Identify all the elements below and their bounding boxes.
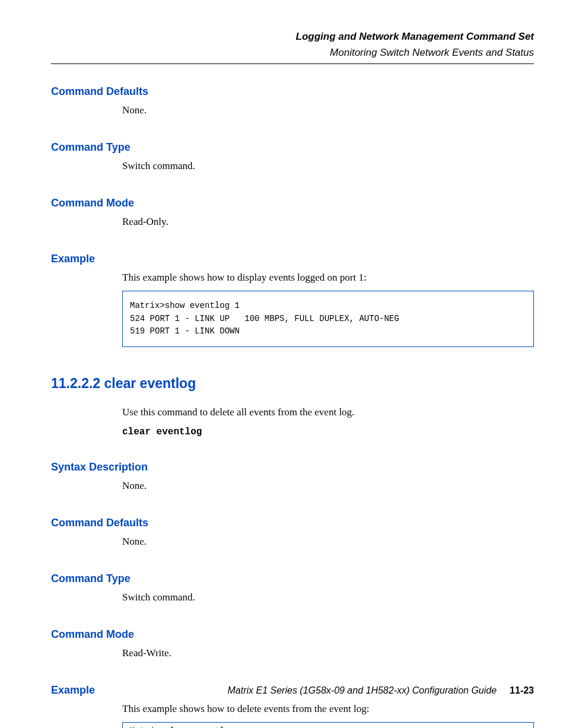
text-type: Switch command. bbox=[122, 160, 534, 173]
heading-command-defaults: Command Defaults bbox=[51, 85, 534, 98]
text-example-2: This example shows how to delete events … bbox=[122, 702, 534, 716]
page-footer: Matrix E1 Series (1G58x-09 and 1H582-xx)… bbox=[228, 685, 534, 696]
heading-command-defaults-2: Command Defaults bbox=[51, 517, 534, 529]
text-defaults: None. bbox=[122, 104, 534, 117]
text-mode: Read-Only. bbox=[122, 215, 534, 229]
heading-command-mode: Command Mode bbox=[51, 197, 534, 209]
code-example-2: Matrix>clear eventlog bbox=[122, 722, 534, 728]
page-header: Logging and Network Management Command S… bbox=[51, 30, 534, 64]
section-title-clear-eventlog: 11.2.2.2 clear eventlog bbox=[51, 376, 534, 392]
command-syntax: clear eventlog bbox=[122, 427, 534, 437]
text-syntax: None. bbox=[122, 479, 534, 493]
heading-example: Example bbox=[51, 253, 534, 265]
heading-command-type-2: Command Type bbox=[51, 573, 534, 585]
text-type-2: Switch command. bbox=[122, 591, 534, 605]
heading-command-mode-2: Command Mode bbox=[51, 628, 534, 641]
text-mode-2: Read-Write. bbox=[122, 647, 534, 660]
code-example: Matrix>show eventlog 1 524 PORT 1 - LINK… bbox=[122, 291, 534, 347]
heading-command-type: Command Type bbox=[51, 141, 534, 154]
footer-guide-name: Matrix E1 Series (1G58x-09 and 1H582-xx)… bbox=[228, 685, 497, 696]
footer-page-number: 11-23 bbox=[510, 685, 534, 696]
heading-syntax-description: Syntax Description bbox=[51, 461, 534, 473]
text-defaults-2: None. bbox=[122, 535, 534, 549]
text-intro: Use this command to delete all events fr… bbox=[122, 406, 534, 419]
header-title: Logging and Network Management Command S… bbox=[51, 30, 534, 44]
header-subtitle: Monitoring Switch Network Events and Sta… bbox=[51, 46, 534, 61]
text-example: This example shows how to display events… bbox=[122, 271, 534, 285]
